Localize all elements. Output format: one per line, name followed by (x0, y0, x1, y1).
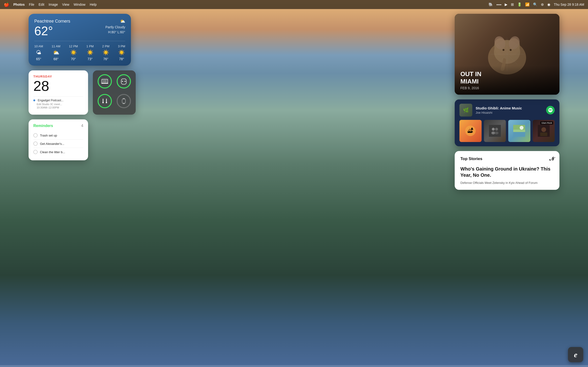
hour-1-icon: ⛅ (53, 50, 59, 56)
wifi-icon[interactable]: 📶 (525, 2, 530, 7)
weather-icon: ⛅ (120, 18, 125, 24)
reminder-1[interactable]: Get Alexander's... (33, 140, 83, 148)
weather-hour-1: 11 AM ⛅ 68° (52, 44, 60, 61)
ghibli-art (513, 125, 525, 137)
reminder-2-text: Clean the litter b... (40, 150, 65, 154)
playlist-glam-rock[interactable]: Glam Rock (533, 120, 555, 142)
grid-icon[interactable]: ⊞ (511, 2, 514, 7)
news-header: Top Stories 𝒩 (460, 156, 554, 162)
svg-rect-38 (540, 133, 547, 136)
svg-rect-12 (123, 103, 125, 104)
calendar-day-name: THURSDAY (33, 75, 83, 78)
svg-point-28 (492, 128, 495, 131)
reminders-widget[interactable]: Reminders 4 Trash set up Get Alexander's… (29, 119, 88, 160)
weather-hourly: 10 AM 🌤 65° 11 AM ⛅ 68° 12 PM ☀️ 70° 1 P… (34, 41, 125, 61)
svg-point-8 (102, 102, 103, 103)
reminder-0-text: Trash set up (40, 134, 57, 137)
svg-rect-2 (102, 80, 107, 83)
playlist-camp-lisa[interactable]: 🏕 (460, 120, 482, 142)
battery-watch (116, 94, 132, 111)
svg-rect-27 (489, 125, 501, 137)
battery-macbook (97, 74, 113, 91)
glam-rock-cover: Glam Rock (533, 120, 555, 142)
reminder-1-checkbox[interactable] (33, 142, 38, 146)
people-art (489, 125, 501, 137)
weather-hour-0: 10 AM 🌤 65° (34, 44, 43, 61)
svg-rect-10 (122, 99, 126, 103)
control-center-icon[interactable]: ⊛ (541, 2, 544, 7)
spotify-playlists: 🏕 (460, 120, 555, 142)
cal-battery-row: THURSDAY 28 Engadget Podcast... Edit Stu… (29, 70, 136, 115)
apple-menu-icon[interactable]: 🍎 (4, 2, 9, 7)
glam-rock-label: Glam Rock (540, 121, 553, 125)
people-cover (484, 120, 506, 142)
svg-point-29 (495, 128, 498, 131)
news-section-title: Top Stories (460, 157, 482, 161)
airpods-case-icon (120, 77, 128, 85)
weather-hour-3: 1 PM ☀️ 73° (86, 44, 94, 61)
svg-point-9 (106, 102, 107, 103)
hour-0-icon: 🌤 (36, 50, 41, 56)
right-widgets: OUT INMIAMI FEB 9, 2016 🌿 Studio Ghibli:… (455, 14, 559, 190)
spotify-widget[interactable]: 🌿 Studio Ghibli: Anime Music Joe Hisaish… (455, 100, 559, 146)
airpods-icon (101, 97, 109, 105)
calendar-date: 28 (33, 78, 83, 94)
event-dot (33, 100, 35, 101)
menubar-app-name[interactable]: Photos (13, 3, 25, 6)
news-headline: Who's Gaining Ground in Ukraine? This Ye… (460, 166, 554, 178)
spotify-track-name: Studio Ghibli: Anime Music (476, 106, 543, 110)
glam-rock-art (538, 125, 550, 137)
play-icon[interactable]: ▶ (505, 2, 508, 7)
weather-widget[interactable]: Peachtree Corners ⛅ 62° Partly Cloudy H:… (29, 14, 131, 66)
engadget-badge[interactable]: e (568, 347, 583, 362)
spotify-icon[interactable] (546, 106, 555, 114)
news-widget[interactable]: Top Stories 𝒩 Who's Gaining Ground in Uk… (455, 151, 559, 190)
spotify-track-info: Studio Ghibli: Anime Music Joe Hisaishi (476, 106, 543, 114)
evernote-icon[interactable]: 🐘 (488, 2, 493, 7)
battery-widget[interactable] (93, 70, 136, 115)
reminder-2[interactable]: Clean the litter b... (33, 148, 83, 156)
siri-icon[interactable]: ◉ (547, 2, 550, 7)
news-subheadline: Defense Officials Meet Zelensky in Kyiv … (460, 181, 554, 185)
calendar-event-0: Engadget Podcast... Edit Studio 3C meet.… (33, 96, 83, 110)
music-info: OUT INMIAMI FEB 9, 2016 (455, 66, 559, 95)
airpods-case-battery-ring (117, 74, 131, 89)
battery-icon[interactable]: 🔋 (517, 2, 522, 7)
menubar-image[interactable]: Image (49, 3, 58, 6)
hour-3-icon: ☀️ (87, 50, 93, 56)
menubar-help[interactable]: Help (90, 3, 97, 6)
playlist-studio-ghibli[interactable] (508, 120, 530, 142)
calendar-widget[interactable]: THURSDAY 28 Engadget Podcast... Edit Stu… (29, 70, 88, 115)
reminder-1-text: Get Alexander's... (40, 142, 64, 146)
hour-5-icon: ☀️ (118, 50, 125, 56)
dots-icon[interactable]: •••• (496, 3, 501, 7)
left-widgets: Peachtree Corners ⛅ 62° Partly Cloudy H:… (29, 14, 136, 160)
camp-lisa-cover: 🏕 (460, 120, 482, 142)
menubar-view[interactable]: View (62, 3, 69, 6)
reminder-0[interactable]: Trash set up (33, 131, 83, 140)
reminder-0-checkbox[interactable] (33, 133, 38, 137)
event-time: 10:30AM–12:00PM (33, 106, 83, 109)
hour-4-icon: ☀️ (102, 50, 109, 56)
svg-point-5 (125, 81, 126, 82)
svg-point-37 (541, 127, 546, 132)
macbook-icon (101, 77, 109, 85)
reminders-title: Reminders (33, 124, 53, 128)
reminders-count: 4 (81, 124, 83, 128)
spotify-artist: Joe Hisaishi (476, 111, 543, 114)
svg-point-4 (122, 81, 123, 82)
menubar-file[interactable]: File (29, 3, 34, 6)
watch-icon (120, 97, 128, 105)
menubar-edit[interactable]: Edit (39, 3, 44, 6)
menubar-window[interactable]: Window (74, 3, 85, 6)
menubar-datetime: Thu Sep 28 9:18 AM (554, 3, 584, 6)
event-title: Engadget Podcast... (38, 99, 63, 102)
weather-hour-5: 3 PM ☀️ 78° (118, 44, 125, 61)
spotify-album-thumb: 🌿 (460, 104, 472, 117)
camp-lisa-art: 🏕 (464, 125, 476, 137)
music-widget[interactable]: OUT INMIAMI FEB 9, 2016 (455, 14, 559, 95)
reminder-2-checkbox[interactable] (33, 150, 38, 154)
search-icon[interactable]: 🔍 (533, 2, 537, 7)
playlist-people[interactable] (484, 120, 506, 142)
music-title: OUT INMIAMI (460, 70, 554, 85)
